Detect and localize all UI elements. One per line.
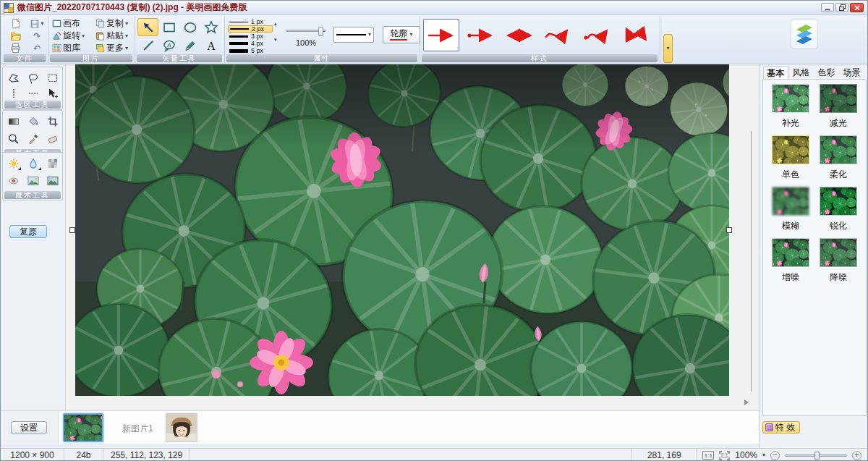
effect-sharpen[interactable]: 锐化: [814, 187, 862, 232]
arrow-style-double[interactable]: [501, 19, 537, 51]
zoom-slider[interactable]: [785, 454, 847, 457]
canvas-scrollbar[interactable]: [751, 131, 752, 392]
mosaic-button[interactable]: [46, 156, 61, 171]
tool-text-button[interactable]: A: [200, 36, 221, 54]
print-button[interactable]: [4, 42, 26, 54]
effect-monochrome[interactable]: 单色: [767, 135, 814, 181]
tool-arrow-button[interactable]: [137, 18, 158, 36]
resize-handle-left[interactable]: [69, 227, 75, 233]
ribbon-more-button[interactable]: ▾: [663, 34, 673, 63]
more-button[interactable]: 更多 ▾: [95, 42, 135, 54]
color-picker-button[interactable]: [25, 132, 41, 146]
document-thumbnail-portrait[interactable]: [166, 413, 197, 442]
open-button[interactable]: [4, 30, 26, 42]
column-select-button[interactable]: [6, 86, 21, 101]
row-select-button[interactable]: [25, 86, 41, 101]
paste-button[interactable]: 粘贴 ▾: [95, 30, 135, 42]
line-width-item[interactable]: 1 px: [228, 18, 273, 25]
lasso-button[interactable]: [25, 71, 41, 85]
arrow-style-curved[interactable]: [540, 19, 576, 51]
arrow-style-straight[interactable]: [423, 19, 459, 51]
save-dropdown-icon[interactable]: ▾: [41, 21, 43, 27]
red-eye-button[interactable]: [6, 174, 21, 188]
resize-handle-right[interactable]: [726, 227, 732, 233]
undo-button[interactable]: ↶: [26, 42, 48, 54]
menu-corner-icon: [18, 167, 21, 170]
arrow-style-curved-double[interactable]: [618, 19, 655, 51]
effect-add-noise[interactable]: 增噪: [767, 238, 814, 284]
gradient-button[interactable]: [6, 114, 21, 129]
canvas-area[interactable]: [66, 64, 759, 410]
arrow-style-curved-dot[interactable]: [579, 19, 616, 51]
arrow-style-dot-start[interactable]: [462, 19, 498, 51]
copy-button[interactable]: 复制 ▾: [95, 17, 135, 30]
zoom-level-value[interactable]: 100%: [735, 450, 757, 460]
tool-line-button[interactable]: [137, 36, 158, 54]
width-up-icon[interactable]: ▴: [274, 21, 277, 27]
tool-ellipse-button[interactable]: [179, 18, 200, 36]
new-file-button[interactable]: [4, 17, 26, 30]
document-thumbnail-current[interactable]: [63, 413, 103, 442]
tool-pencil-button[interactable]: [179, 36, 200, 54]
line-style-select[interactable]: ▾: [333, 27, 374, 43]
copy-dropdown-icon[interactable]: ▾: [125, 21, 128, 27]
window-title: 微信图片_20220707170443 (复制) (2).jpg - 美明画图免…: [17, 1, 247, 14]
settings-button[interactable]: 设置: [11, 421, 47, 434]
minimize-button[interactable]: [821, 3, 834, 12]
more-icon: [95, 43, 105, 53]
tab-scene[interactable]: 场景: [839, 66, 864, 80]
line-width-item-selected[interactable]: 2 px: [228, 25, 273, 33]
app-window: 微信图片_20220707170443 (复制) (2).jpg - 美明画图免…: [0, 0, 868, 461]
outline-button[interactable]: 轮廓 ▾: [383, 26, 420, 43]
close-button[interactable]: [850, 3, 864, 12]
zoom-tool-button[interactable]: [6, 132, 21, 146]
rotate-button[interactable]: 旋转 ▾: [51, 30, 95, 42]
effect-fill-light[interactable]: 补光: [767, 84, 814, 130]
effect-soften[interactable]: 柔化: [814, 135, 862, 181]
photo-frame-button[interactable]: [46, 174, 61, 188]
canvas-button[interactable]: 画布: [51, 17, 95, 30]
canvas-image[interactable]: [75, 64, 729, 396]
zoom-in-button[interactable]: +: [852, 451, 861, 460]
tab-basic[interactable]: 基本: [763, 66, 788, 80]
more-dropdown-icon[interactable]: ▾: [125, 46, 128, 51]
zoom-out-button[interactable]: −: [770, 451, 780, 460]
opacity-slider[interactable]: [286, 30, 326, 32]
rect-select-button[interactable]: [46, 71, 61, 85]
special-effects-button[interactable]: 特 效: [762, 421, 800, 433]
save-button[interactable]: ▾: [26, 17, 48, 30]
crop-button[interactable]: [46, 114, 61, 129]
paste-dropdown-icon[interactable]: ▾: [125, 33, 128, 39]
restore-image-button[interactable]: 复原: [9, 225, 47, 238]
rotate-dropdown-icon[interactable]: ▾: [82, 33, 85, 39]
opacity-slider-thumb[interactable]: [318, 27, 323, 36]
effect-denoise[interactable]: 降噪: [814, 238, 862, 284]
photo-effect-button[interactable]: [25, 174, 41, 188]
brightness-button[interactable]: [6, 156, 21, 171]
tool-rect-button[interactable]: [158, 18, 179, 36]
width-down-icon[interactable]: ▾: [274, 37, 277, 43]
restore-button[interactable]: [835, 3, 848, 12]
tool-callout-button[interactable]: A: [158, 36, 179, 54]
polygon-lasso-button[interactable]: [6, 71, 21, 85]
tab-style[interactable]: 风格: [788, 66, 814, 80]
tab-color[interactable]: 色彩: [814, 66, 839, 80]
fill-button[interactable]: [25, 114, 41, 129]
actual-size-button[interactable]: 1:1: [702, 451, 714, 460]
scroll-right-icon[interactable]: [744, 399, 749, 405]
water-drop-button[interactable]: [25, 156, 41, 171]
effect-reduce-light[interactable]: 减光: [814, 84, 862, 130]
move-selection-button[interactable]: [46, 86, 61, 101]
eraser-button[interactable]: [46, 132, 61, 146]
line-width-item[interactable]: 4 px: [228, 40, 273, 47]
effect-blur[interactable]: 模糊: [767, 187, 814, 232]
fit-window-button[interactable]: [719, 451, 730, 460]
tool-star-button[interactable]: [200, 18, 221, 36]
line-width-item[interactable]: 3 px: [228, 33, 273, 40]
zoom-dropdown-icon[interactable]: ▾: [762, 452, 765, 458]
line-width-item[interactable]: 5 px: [228, 47, 273, 54]
redo-button[interactable]: ↷: [26, 30, 48, 42]
document-name-label[interactable]: 新图片1: [122, 423, 153, 435]
zoom-slider-thumb[interactable]: [814, 452, 820, 460]
gallery-button[interactable]: 图库: [51, 42, 95, 54]
